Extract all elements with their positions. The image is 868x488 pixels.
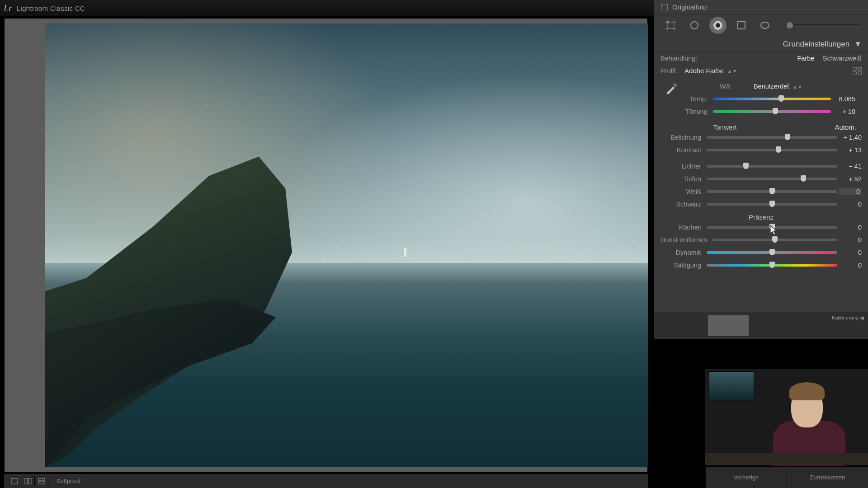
auto-tone-button[interactable]: Autom. (835, 123, 856, 131)
wb-preset-dropdown[interactable]: Benutzerdef. ▲▼ (754, 83, 802, 90)
original-photo-toggle[interactable]: Originalfoto (654, 0, 868, 14)
whites-value[interactable]: 0 (839, 188, 862, 195)
radial-tool-icon[interactable] (757, 18, 773, 33)
svg-point-6 (716, 23, 720, 28)
pip-wall-frame (709, 371, 754, 400)
redeye-tool-icon[interactable] (710, 18, 726, 33)
tone-label: Tonwert (713, 123, 737, 131)
treatment-color-button[interactable]: Farbe (797, 55, 814, 62)
dehaze-slider[interactable] (712, 239, 837, 241)
vibrance-value[interactable]: 0 (839, 249, 862, 256)
checkbox-icon[interactable] (661, 4, 668, 10)
photo-viewport[interactable] (4, 18, 648, 473)
temp-row: Temp. 8.085 (660, 93, 862, 105)
treatment-bw-button[interactable]: Schwarzweiß (823, 55, 862, 62)
profile-stepper-icon[interactable]: ▲▼ (727, 68, 737, 74)
svg-rect-1 (25, 479, 28, 484)
highlights-row: Lichter − 41 (654, 160, 868, 173)
tint-slider[interactable] (713, 110, 831, 113)
reset-button[interactable]: Zurücksetzen (787, 467, 868, 488)
slider-knob[interactable] (785, 134, 790, 140)
vibrance-slider[interactable] (707, 251, 837, 254)
snapshot-thumb[interactable] (708, 315, 749, 336)
shadows-slider[interactable] (707, 178, 837, 180)
slider-knob[interactable] (769, 249, 775, 255)
basic-panel-header[interactable]: Grundeinstellungen ▼ (654, 36, 868, 52)
dehaze-label: Dunst entfernen (660, 236, 711, 244)
photo-canvas[interactable] (45, 23, 648, 467)
svg-rect-12 (858, 72, 862, 75)
saturation-slider[interactable] (707, 264, 837, 267)
lr-logo-icon: Lr (4, 3, 12, 14)
clarity-label: Klarheit (660, 224, 705, 231)
slider-knob[interactable] (801, 175, 806, 182)
view-loupe-icon[interactable] (8, 476, 21, 486)
tint-row: Tönung + 10 (660, 105, 862, 118)
profile-row: Profil: Adobe Farbe ▲▼ (654, 64, 868, 77)
photo-lighthouse (404, 248, 406, 257)
dehaze-value[interactable]: 0 (839, 236, 862, 244)
calibration-panel-label[interactable]: Kalibrierung ◀ (832, 315, 863, 321)
temp-value[interactable]: 8.085 (833, 95, 855, 103)
profile-value[interactable]: Adobe Farbe (684, 67, 724, 75)
slider-knob[interactable] (743, 163, 749, 169)
webcam-pip (705, 369, 868, 465)
whites-label: Weiß (660, 188, 705, 195)
whites-row: Weiß 0 (654, 185, 868, 198)
slider-knob[interactable] (776, 146, 781, 153)
tint-label: Tönung (667, 108, 711, 115)
clarity-value[interactable]: 0 (839, 224, 862, 231)
pip-hair (789, 382, 825, 400)
gradient-tool-icon[interactable] (734, 18, 749, 33)
local-tools-row (654, 14, 868, 36)
blacks-value[interactable]: 0 (839, 201, 862, 208)
crop-tool-icon[interactable] (663, 18, 679, 33)
view-before-after-lr-icon[interactable] (21, 476, 35, 486)
softproof-label[interactable]: Softproof (57, 478, 80, 484)
app-name: Lightroom Classic CC (17, 5, 85, 12)
original-photo-label: Originalfoto (672, 3, 707, 11)
wb-label: WA: (720, 83, 736, 90)
temp-slider[interactable] (713, 98, 831, 100)
svg-rect-7 (738, 22, 745, 29)
spot-tool-icon[interactable] (687, 18, 702, 33)
svg-point-5 (691, 22, 698, 29)
svg-rect-4 (38, 482, 45, 484)
svg-rect-3 (38, 479, 45, 481)
contrast-value[interactable]: + 13 (839, 146, 862, 154)
exposure-slider[interactable] (707, 136, 837, 139)
slider-knob[interactable] (769, 188, 775, 194)
slider-knob[interactable] (773, 108, 778, 114)
bottom-toolbar: Softproof (4, 474, 648, 488)
tint-value[interactable]: + 10 (833, 108, 855, 115)
tone-heading: Tonwert Autom. (654, 121, 868, 131)
highlights-slider[interactable] (707, 165, 837, 168)
whites-slider[interactable] (707, 190, 837, 193)
eyedropper-icon[interactable] (664, 81, 679, 95)
previous-button[interactable]: Vorherige (705, 467, 787, 488)
collapse-icon[interactable]: ▼ (854, 40, 862, 49)
highlights-label: Lichter (660, 163, 705, 170)
profile-browser-icon[interactable] (853, 67, 862, 75)
slider-knob[interactable] (787, 22, 793, 28)
svg-point-8 (761, 22, 769, 28)
contrast-label: Kontrast (660, 146, 705, 154)
view-before-after-tb-icon[interactable] (35, 476, 48, 486)
svg-rect-11 (853, 72, 856, 75)
highlights-value[interactable]: − 41 (839, 163, 862, 170)
develop-panel: Originalfoto Grundeinstellungen ▼ Behand… (654, 0, 868, 312)
saturation-value[interactable]: 0 (839, 262, 862, 269)
exposure-value[interactable]: + 1,40 (839, 134, 862, 141)
brush-size-slider[interactable] (784, 24, 861, 27)
shadows-row: Tiefen + 52 (654, 173, 868, 185)
slider-knob[interactable] (769, 201, 775, 207)
clarity-slider[interactable] (707, 226, 837, 229)
slider-knob[interactable] (769, 262, 775, 268)
slider-knob[interactable] (769, 224, 775, 230)
blacks-slider[interactable] (707, 203, 837, 206)
slider-knob[interactable] (778, 95, 784, 102)
exposure-label: Belichtung (660, 134, 705, 141)
shadows-value[interactable]: + 52 (839, 175, 862, 183)
slider-knob[interactable] (772, 236, 778, 243)
contrast-slider[interactable] (707, 149, 837, 151)
